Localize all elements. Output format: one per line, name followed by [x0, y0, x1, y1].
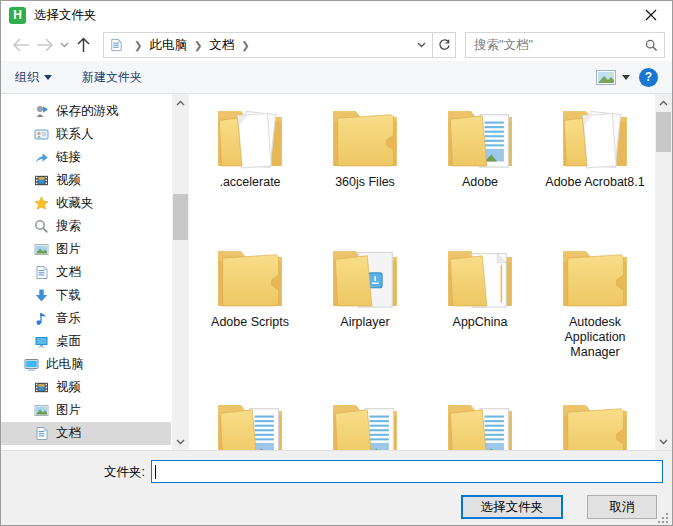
- folder-item-partial[interactable]: [312, 396, 418, 450]
- folder-item[interactable]: Adobe Scripts: [197, 242, 303, 330]
- up-arrow-icon: [76, 37, 91, 53]
- new-folder-button[interactable]: 新建文件夹: [82, 69, 142, 86]
- select-folder-button[interactable]: 选择文件夹: [461, 495, 563, 519]
- folder-item[interactable]: Adobe: [427, 102, 533, 190]
- text-caret: [155, 465, 156, 479]
- chevron-down-icon: [417, 42, 426, 48]
- breadcrumb-item[interactable]: 此电脑: [149, 37, 187, 54]
- scroll-up-icon[interactable]: [655, 94, 672, 111]
- scroll-up-icon[interactable]: [172, 94, 189, 111]
- navigation-pane: 保存的游戏联系人链接视频收藏夹搜索图片文档下载音乐桌面此电脑视频图片文档: [1, 94, 191, 450]
- sidebar-scrollbar[interactable]: [172, 94, 189, 450]
- sidebar-item-13[interactable]: 图片: [1, 399, 171, 422]
- up-button[interactable]: [71, 33, 95, 57]
- folder-name: Adobe: [427, 175, 533, 190]
- sidebar-scroll-thumb[interactable]: [173, 194, 188, 240]
- main-scrollbar[interactable]: [655, 94, 672, 450]
- sidebar-item-8[interactable]: 下载: [1, 284, 171, 307]
- sidebar-item-label: 下载: [56, 287, 81, 304]
- folder-item[interactable]: Adobe Acrobat8.1: [542, 102, 648, 190]
- desktop-icon: [34, 334, 49, 349]
- address-bar[interactable]: ❯此电脑❯文档❯: [103, 32, 456, 58]
- folder-item[interactable]: .accelerate: [197, 102, 303, 190]
- sidebar-item-label: 图片: [56, 402, 81, 419]
- folder-item-partial[interactable]: [197, 396, 303, 450]
- videos-icon: [34, 173, 49, 188]
- pictures-icon: [34, 242, 49, 257]
- folder-name: Autodesk Application Manager: [542, 315, 648, 360]
- sidebar-item-3[interactable]: 视频: [1, 169, 171, 192]
- refresh-button[interactable]: [432, 33, 455, 57]
- sidebar-item-4[interactable]: 收藏夹: [1, 192, 171, 215]
- sidebar-item-14[interactable]: 文档: [1, 422, 171, 445]
- sidebar-item-11[interactable]: 此电脑: [1, 353, 171, 376]
- sidebar-item-1[interactable]: 联系人: [1, 123, 171, 146]
- chevron-down-icon: [60, 42, 69, 48]
- location-document-icon: [109, 37, 123, 53]
- sidebar-item-0[interactable]: 保存的游戏: [1, 100, 171, 123]
- back-button[interactable]: [9, 33, 33, 57]
- back-arrow-icon: [12, 38, 30, 52]
- cancel-button[interactable]: 取消: [587, 495, 657, 519]
- sidebar-item-7[interactable]: 文档: [1, 261, 171, 284]
- sidebar-item-label: 搜索: [56, 218, 81, 235]
- sidebar-item-12[interactable]: 视频: [1, 376, 171, 399]
- documents-icon: [34, 426, 49, 441]
- contacts-icon: [34, 127, 49, 142]
- folder-item-partial[interactable]: [427, 396, 533, 450]
- navigation-bar: ❯此电脑❯文档❯ 搜索"文档": [1, 29, 672, 61]
- help-button[interactable]: ?: [639, 68, 658, 87]
- downloads-icon: [34, 288, 49, 303]
- app-icon: H: [9, 7, 26, 24]
- pictures-icon: [34, 403, 49, 418]
- breadcrumb-separator-icon: ❯: [127, 40, 149, 51]
- folder-name-label: 文件夹:: [93, 464, 145, 481]
- breadcrumb-item[interactable]: 文档: [209, 37, 234, 54]
- folder-item[interactable]: 360js Files: [312, 102, 418, 190]
- forward-button[interactable]: [33, 33, 57, 57]
- sidebar-item-label: 保存的游戏: [56, 103, 119, 120]
- close-button[interactable]: [642, 6, 660, 24]
- sidebar-item-10[interactable]: 桌面: [1, 330, 171, 353]
- folder-name: Airplayer: [312, 315, 418, 330]
- documents-icon: [34, 265, 49, 280]
- refresh-icon: [438, 39, 451, 52]
- folder-name: AppChina: [427, 315, 533, 330]
- organize-label: 组织: [15, 69, 39, 86]
- sidebar-item-2[interactable]: 链接: [1, 146, 171, 169]
- folder-item-partial[interactable]: [542, 396, 648, 450]
- folder-item[interactable]: Airplayer: [312, 242, 418, 330]
- thumbnail-view-icon: [596, 70, 616, 85]
- main-scroll-thumb[interactable]: [656, 112, 671, 152]
- dropdown-triangle-icon: [44, 75, 52, 80]
- breadcrumb-separator-icon: ❯: [234, 40, 256, 51]
- videos-icon: [34, 380, 49, 395]
- dialog-body: 保存的游戏联系人链接视频收藏夹搜索图片文档下载音乐桌面此电脑视频图片文档: [1, 94, 672, 450]
- resize-grip[interactable]: [658, 513, 669, 524]
- scroll-down-icon[interactable]: [655, 433, 672, 450]
- address-dropdown-button[interactable]: [410, 33, 432, 57]
- recent-locations-button[interactable]: [57, 33, 71, 57]
- sidebar-item-9[interactable]: 音乐: [1, 307, 171, 330]
- folder-name: .accelerate: [197, 175, 303, 190]
- folder-name-input[interactable]: [151, 460, 663, 483]
- change-view-button[interactable]: [596, 70, 630, 85]
- organize-menu-button[interactable]: 组织: [15, 69, 52, 86]
- folder-item[interactable]: AppChina: [427, 242, 533, 330]
- folder-item[interactable]: Autodesk Application Manager: [542, 242, 648, 360]
- sidebar-item-label: 音乐: [56, 310, 81, 327]
- search-icon: [34, 219, 49, 234]
- breadcrumb-separator-icon: ❯: [187, 40, 209, 51]
- search-placeholder: 搜索"文档": [474, 37, 645, 54]
- sidebar-item-5[interactable]: 搜索: [1, 215, 171, 238]
- this-pc-icon: [24, 357, 39, 372]
- folder-name: Adobe Acrobat8.1: [542, 175, 648, 190]
- search-box[interactable]: 搜索"文档": [465, 32, 665, 58]
- toolbar-right-group: ?: [596, 68, 658, 87]
- search-icon[interactable]: [645, 39, 658, 52]
- scroll-down-icon[interactable]: [172, 433, 189, 450]
- command-toolbar: 组织 新建文件夹 ?: [1, 61, 672, 94]
- sidebar-item-label: 文档: [56, 264, 81, 281]
- sidebar-item-label: 链接: [56, 149, 81, 166]
- sidebar-item-6[interactable]: 图片: [1, 238, 171, 261]
